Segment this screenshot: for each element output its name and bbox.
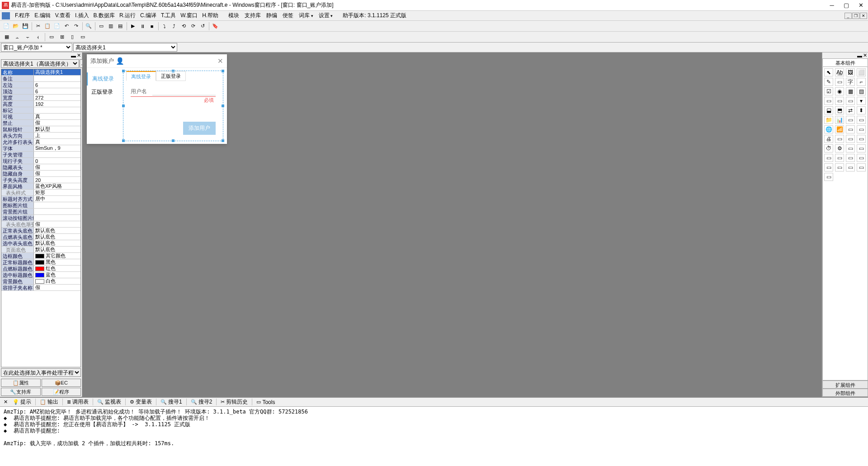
component-item[interactable]: ⌐: [857, 78, 866, 86]
component-item[interactable]: ▭: [824, 154, 833, 162]
minimize-button[interactable]: ─: [825, 1, 839, 10]
order3-button[interactable]: ▯: [67, 33, 77, 42]
prop-row[interactable]: 字体SimSun，9: [1, 145, 80, 152]
component-item[interactable]: A͟b: [835, 68, 844, 76]
prop-row[interactable]: 背景颜色白色: [1, 278, 80, 285]
step4-button[interactable]: ⟳: [189, 22, 198, 31]
prop-row[interactable]: 现行子夹0: [1, 158, 80, 164]
output-content[interactable]: AmzTip: AMZ初始化完毕！ 多进程通讯初始化成功！ 等待加载子插件！ 环…: [0, 407, 868, 466]
control-select[interactable]: 高级选择夹1: [73, 43, 177, 52]
component-item[interactable]: 🖼: [846, 68, 855, 76]
component-item[interactable]: ▭: [857, 116, 866, 124]
component-item[interactable]: ▭: [846, 135, 855, 143]
run-button[interactable]: ▶: [128, 22, 137, 31]
component-item[interactable]: ▭: [857, 135, 866, 143]
menu-note[interactable]: 便签: [280, 11, 296, 20]
component-item[interactable]: ⬜: [857, 68, 866, 76]
component-item[interactable]: ▭: [846, 144, 855, 152]
component-item[interactable]: ⚙: [835, 144, 844, 152]
grid-button[interactable]: ▦: [2, 33, 12, 42]
username-input[interactable]: [152, 87, 216, 95]
output-tab[interactable]: 💡提示: [9, 397, 34, 407]
prop-row[interactable]: 正常标题颜色黑色: [1, 259, 80, 266]
align2-button[interactable]: ⫟: [23, 33, 33, 42]
component-item[interactable]: 📊: [835, 116, 844, 124]
bookmark-button[interactable]: 🔖: [211, 22, 220, 31]
mdi-close[interactable]: ✕: [860, 13, 867, 19]
order1-button[interactable]: ▭: [47, 33, 57, 42]
prop-row[interactable]: 子夹管理: [1, 152, 80, 158]
component-item[interactable]: 🌐: [824, 125, 833, 133]
component-item[interactable]: ▭: [846, 125, 855, 133]
output-tab[interactable]: 🔍搜寻2: [188, 397, 216, 407]
prop-row[interactable]: 正常表头底色默认底色: [1, 228, 80, 234]
output-tab[interactable]: 🔍搜寻1: [157, 397, 185, 407]
menu-help[interactable]: H.帮助: [200, 11, 221, 20]
component-item[interactable]: ▭: [857, 144, 866, 152]
order2-button[interactable]: ⊞: [57, 33, 67, 42]
prop-row[interactable]: 表头方向上: [1, 133, 80, 139]
form-close-icon[interactable]: ✕: [217, 57, 223, 65]
prop-row[interactable]: 隐藏表头假: [1, 164, 80, 171]
add-user-button[interactable]: 添加用户: [183, 122, 216, 135]
inner-tab-offline[interactable]: 离线登录: [126, 71, 156, 81]
prop-row[interactable]: 子夹头高度20: [1, 177, 80, 183]
menu-program[interactable]: F.程序: [13, 11, 32, 20]
component-item[interactable]: ◉: [835, 87, 844, 95]
left-tab-official[interactable]: 正版登录: [87, 86, 123, 99]
component-item[interactable]: ▭: [846, 154, 855, 162]
rp-close-icon[interactable]: ✕: [863, 52, 867, 58]
component-item[interactable]: ▭: [835, 154, 844, 162]
undo-button[interactable]: ↶: [62, 22, 71, 31]
tab-external-components[interactable]: 外部组件: [822, 389, 868, 397]
menu-static[interactable]: 静编: [264, 11, 279, 20]
panel-close-icon[interactable]: ✕: [77, 52, 81, 58]
output-tab[interactable]: ▭Tools: [253, 398, 278, 406]
step2-button[interactable]: ⤴: [170, 22, 179, 31]
component-item[interactable]: ⏱: [824, 144, 833, 152]
menu-view[interactable]: V.查看: [53, 11, 73, 20]
menu-support[interactable]: 支持库: [242, 11, 263, 20]
menu-tools[interactable]: T.工具: [159, 11, 178, 20]
component-item[interactable]: ▭: [846, 97, 855, 105]
prop-row[interactable]: 备注: [1, 76, 80, 82]
prop-row[interactable]: 鼠标指针默认型: [1, 126, 80, 133]
component-item[interactable]: ⬍: [857, 106, 866, 114]
menu-edit[interactable]: E.编辑: [32, 11, 52, 20]
selected-tabcontrol[interactable]: 离线登录 正版登录 用户名 必填 添加用户: [123, 71, 223, 141]
step5-button[interactable]: ↺: [198, 22, 207, 31]
designer-canvas[interactable]: 添加账户 👤 ✕ 离线登录 正版登录: [82, 52, 822, 397]
mdi-minimize[interactable]: _: [844, 13, 852, 19]
component-item[interactable]: 📶: [835, 125, 844, 133]
menu-database[interactable]: B.数据库: [91, 11, 117, 20]
prop-row[interactable]: 标记: [1, 107, 80, 114]
window-select[interactable]: 窗口_账户添加 *: [1, 43, 72, 52]
prop-row[interactable]: 名称高级选择夹1: [1, 69, 80, 76]
component-item[interactable]: ▭: [824, 97, 833, 105]
prop-row[interactable]: 图标图片组: [1, 202, 80, 209]
prop-row[interactable]: 点燃标题颜色红色: [1, 266, 80, 272]
support-button[interactable]: 🔧 支持库: [1, 388, 41, 396]
prop-row[interactable]: 禁止假: [1, 120, 80, 126]
component-item[interactable]: 字: [846, 78, 855, 86]
prop-row[interactable]: 表头样式矩形: [1, 190, 80, 196]
redo-button[interactable]: ↷: [71, 22, 80, 31]
event-selector[interactable]: 在此处选择加入事件处理子程序: [1, 368, 81, 377]
prop-row[interactable]: 点燃表头底色默认底色: [1, 234, 80, 240]
menu-insert[interactable]: I.插入: [73, 11, 91, 20]
prop-row[interactable]: 界面风格蓝色XP风格: [1, 183, 80, 190]
save-button[interactable]: 💾: [21, 22, 30, 31]
component-item[interactable]: 🖨: [824, 135, 833, 143]
menu-module[interactable]: 模块: [226, 11, 241, 20]
component-item[interactable]: ▤: [857, 87, 866, 95]
panel-pin-icon[interactable]: ▬: [71, 53, 76, 58]
maximize-button[interactable]: ▢: [839, 1, 854, 10]
menu-window[interactable]: W.窗口: [178, 11, 200, 20]
component-item[interactable]: ☑: [824, 87, 833, 95]
prop-row[interactable]: 高度192: [1, 101, 80, 107]
form-window[interactable]: 添加账户 👤 ✕ 离线登录 正版登录: [87, 54, 227, 144]
find-button[interactable]: 🔍: [84, 22, 93, 31]
prop-row[interactable]: 允许多行表头真: [1, 139, 80, 145]
bp-close-icon[interactable]: ✕: [4, 399, 8, 405]
prop-row[interactable]: 背景图片组: [1, 209, 80, 215]
